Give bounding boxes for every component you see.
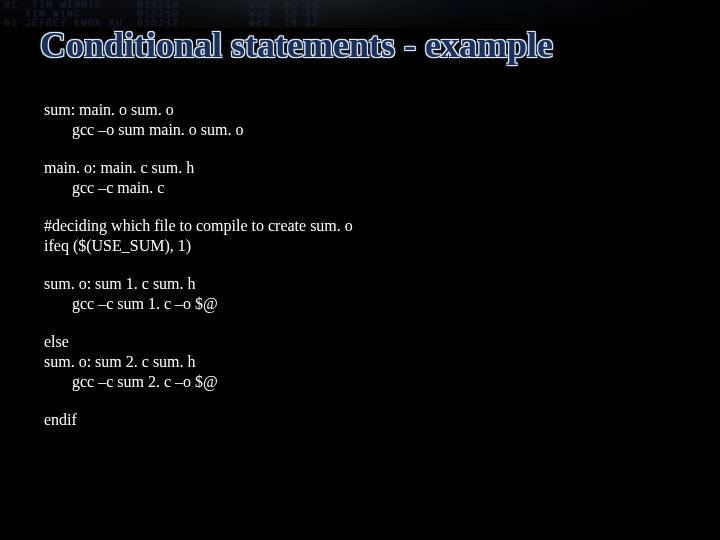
code-block-5: else sum. o: sum 2. c sum. h gcc –c sum … bbox=[44, 332, 680, 392]
code-line: sum: main. o sum. o bbox=[44, 101, 174, 118]
code-line: main. o: main. c sum. h bbox=[44, 159, 194, 176]
slide-title: Conditional statements - example bbox=[40, 24, 700, 66]
code-block-6: endif bbox=[44, 410, 680, 430]
code-line: gcc –c main. c bbox=[44, 178, 680, 198]
code-line: gcc –c sum 2. c –o $@ bbox=[44, 372, 680, 392]
code-line: ifeq ($(USE_SUM), 1) bbox=[44, 237, 191, 254]
code-line: endif bbox=[44, 411, 77, 428]
slide-content: sum: main. o sum. o gcc –o sum main. o s… bbox=[44, 100, 680, 448]
code-block-1: sum: main. o sum. o gcc –o sum main. o s… bbox=[44, 100, 680, 140]
code-line: else bbox=[44, 333, 69, 350]
code-line: gcc –c sum 1. c –o $@ bbox=[44, 294, 680, 314]
code-line: #deciding which file to compile to creat… bbox=[44, 217, 353, 234]
code-line: sum. o: sum 2. c sum. h bbox=[44, 353, 196, 370]
slide: 01 TIM WINNIE 015210 Wed 09 50 TIM WINC … bbox=[0, 0, 720, 540]
code-block-2: main. o: main. c sum. h gcc –c main. c bbox=[44, 158, 680, 198]
code-line: gcc –o sum main. o sum. o bbox=[44, 120, 680, 140]
code-block-3: #deciding which file to compile to creat… bbox=[44, 216, 680, 256]
code-line: sum. o: sum 1. c sum. h bbox=[44, 275, 196, 292]
code-block-4: sum. o: sum 1. c sum. h gcc –c sum 1. c … bbox=[44, 274, 680, 314]
